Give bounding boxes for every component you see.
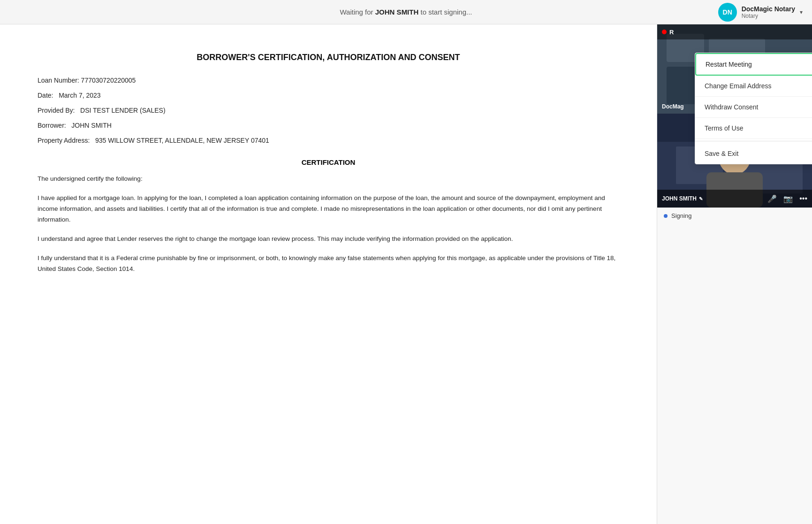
borrower-value: JOHN SMITH xyxy=(71,122,112,129)
doc-para4: I fully understand that it is a Federal … xyxy=(38,253,619,275)
status-dot xyxy=(664,214,668,218)
address-label: Property Address: xyxy=(38,137,90,144)
dropdown-divider xyxy=(695,141,812,141)
borrower-name-label: JOHN SMITH xyxy=(662,195,697,202)
main-layout: BORROWER'S CERTIFICATION, AUTHORIZATION … xyxy=(0,24,812,524)
recording-dot xyxy=(662,30,667,34)
change-email-label: Change Email Address xyxy=(705,82,771,90)
edit-icon[interactable]: ✎ xyxy=(699,196,703,201)
user-info: DocMagic Notary Notary xyxy=(742,5,795,19)
borrower-field: Borrower: JOHN SMITH xyxy=(38,122,619,129)
waiting-status: Waiting for JOHN SMITH to start signing.… xyxy=(340,8,472,16)
document-area: BORROWER'S CERTIFICATION, AUTHORIZATION … xyxy=(0,24,657,524)
user-role: Notary xyxy=(742,13,795,19)
dropdown-item-restart[interactable]: Restart Meeting xyxy=(695,53,812,76)
waiting-suffix: to start signing... xyxy=(418,8,472,16)
waiting-name: JOHN SMITH xyxy=(375,8,419,16)
loan-number-field: Loan Number: 777030720220005 xyxy=(38,77,619,84)
certification-title: CERTIFICATION xyxy=(38,158,619,166)
doc-para1: The undersigned certify the following: xyxy=(38,174,619,185)
signing-status: Signing xyxy=(657,208,812,224)
loan-label: Loan Number: xyxy=(38,77,79,84)
avatar: DN xyxy=(718,3,737,22)
doc-para3: I understand and agree that Lender reser… xyxy=(38,234,619,245)
waiting-text: Waiting for xyxy=(340,8,375,16)
save-exit-label: Save & Exit xyxy=(705,150,738,157)
borrower-video-controls: JOHN SMITH ✎ 🎤 📷 ••• xyxy=(657,190,812,208)
date-label: Date: xyxy=(38,92,53,99)
recording-bar: R xyxy=(657,24,812,39)
mic-icon[interactable]: 🎤 xyxy=(767,194,777,203)
loan-number-value: 777030720220005 xyxy=(81,77,136,84)
dropdown-item-change-email[interactable]: Change Email Address xyxy=(695,76,812,97)
borrower-video-label: JOHN SMITH ✎ xyxy=(662,195,761,202)
user-section: DN DocMagic Notary Notary ▾ xyxy=(718,3,803,22)
camera-icon[interactable]: 📷 xyxy=(783,194,793,203)
dropdown-item-save-exit[interactable]: Save & Exit xyxy=(695,143,812,164)
date-field: Date: March 7, 2023 xyxy=(38,92,619,99)
dropdown-item-withdraw[interactable]: Withdraw Consent xyxy=(695,97,812,118)
doc-title: BORROWER'S CERTIFICATION, AUTHORIZATION … xyxy=(38,53,619,62)
restart-meeting-label: Restart Meeting xyxy=(706,61,752,68)
dropdown-menu: Restart Meeting Change Email Address Wit… xyxy=(695,53,812,164)
address-field: Property Address: 935 WILLOW STREET, ALL… xyxy=(38,137,619,144)
signing-status-label: Signing xyxy=(671,212,691,219)
terms-of-use-label: Terms of Use xyxy=(705,124,743,132)
rec-text: R xyxy=(669,29,674,36)
top-bar: Waiting for JOHN SMITH to start signing.… xyxy=(0,0,812,24)
address-value: 935 WILLOW STREET, ALLENDALE, NEW JERSEY… xyxy=(95,137,269,144)
borrower-label: Borrower: xyxy=(38,122,66,129)
date-value: March 7, 2023 xyxy=(59,92,101,99)
user-name: DocMagic Notary xyxy=(742,5,795,13)
provided-field: Provided By: DSI TEST LENDER (SALES) xyxy=(38,107,619,114)
doc-para2: I have applied for a mortgage loan. In a… xyxy=(38,193,619,225)
provided-value: DSI TEST LENDER (SALES) xyxy=(80,107,166,114)
more-options-icon[interactable]: ••• xyxy=(799,194,807,203)
right-sidebar: R DocMag Restart Meeting Change Email Ad… xyxy=(657,24,812,524)
chevron-down-icon[interactable]: ▾ xyxy=(800,9,803,15)
provided-label: Provided By: xyxy=(38,107,75,114)
withdraw-consent-label: Withdraw Consent xyxy=(705,103,758,111)
user-initials: DN xyxy=(723,8,732,16)
dropdown-item-terms[interactable]: Terms of Use xyxy=(695,118,812,139)
notary-video-label: DocMag xyxy=(662,103,684,110)
